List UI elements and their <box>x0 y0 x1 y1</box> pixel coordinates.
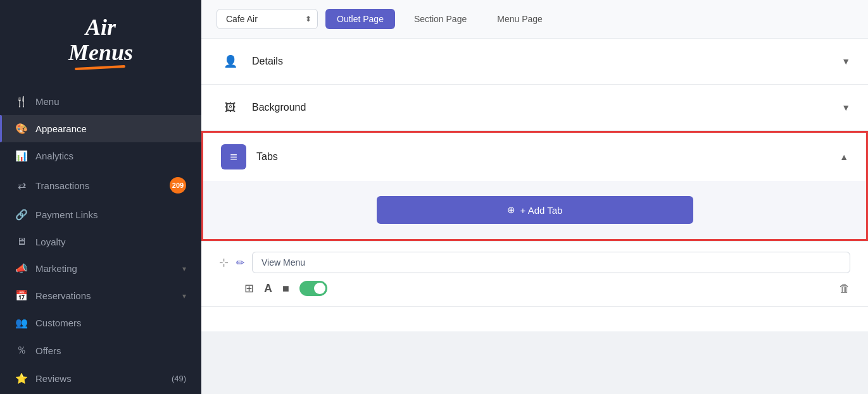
loyalty-icon: 🖥 <box>15 236 28 247</box>
details-section[interactable]: 👤 Details ▼ <box>201 39 868 85</box>
tab-item-tools: ⊞ A ■ 🗑 <box>219 281 850 296</box>
delete-icon[interactable]: 🗑 <box>839 282 850 295</box>
outlet-select-wrapper: Cafe Air ⬍ <box>217 9 318 29</box>
tab-item-view-menu: ⊹ ✏ ⊞ A ■ 🗑 <box>201 241 868 306</box>
sidebar-item-reservations[interactable]: 📅 Reservations ▾ <box>0 282 201 309</box>
menu-icon: 🍴 <box>15 95 28 108</box>
tab-item-top: ⊹ ✏ <box>219 252 850 273</box>
sidebar-item-customers[interactable]: 👥 Customers <box>0 309 201 336</box>
analytics-icon: 📊 <box>15 150 28 162</box>
sidebar-item-label: Analytics <box>35 151 186 161</box>
details-chevron-icon: ▼ <box>841 56 850 66</box>
marketing-icon: 📣 <box>15 262 28 274</box>
color-swatch-icon[interactable]: ■ <box>282 282 289 295</box>
logo-underline <box>75 65 125 70</box>
tabs-section-header[interactable]: ≡ Tabs ▲ <box>203 133 866 181</box>
tab-section-page[interactable]: Section Page <box>403 9 478 29</box>
sidebar-item-label: Customers <box>35 317 186 328</box>
sidebar-item-reviews[interactable]: ⭐ Reviews (49) <box>0 365 201 392</box>
sidebar-item-marketing[interactable]: 📣 Marketing ▾ <box>0 255 201 282</box>
appearance-icon: 🎨 <box>15 123 28 135</box>
main-content: Cafe Air ⬍ Outlet Page Section Page Menu… <box>201 0 868 394</box>
sidebar-item-menu[interactable]: 🍴 Menu <box>0 88 201 115</box>
payment-links-icon: 🔗 <box>15 209 28 221</box>
sidebar-item-transactions[interactable]: ⇄ Transactions 209 <box>0 169 201 201</box>
outlet-select[interactable]: Cafe Air <box>217 9 318 29</box>
sidebar: Air Menus 🍴 Menu 🎨 Appearance 📊 Analytic… <box>0 0 201 394</box>
transactions-icon: ⇄ <box>15 180 28 192</box>
reservations-icon: 📅 <box>15 290 28 302</box>
sidebar-nav: 🍴 Menu 🎨 Appearance 📊 Analytics ⇄ Transa… <box>0 82 201 394</box>
background-title: Background <box>252 102 831 113</box>
chevron-down-icon: ▾ <box>182 264 186 273</box>
sidebar-item-label: Payment Links <box>35 209 186 220</box>
sidebar-item-label: Reservations <box>35 290 175 301</box>
tab-name-input[interactable] <box>252 252 850 273</box>
sidebar-item-label: Transactions <box>35 180 162 191</box>
drag-handle-icon[interactable]: ⊹ <box>219 255 229 269</box>
tabs-title: Tabs <box>256 151 829 163</box>
plus-icon: ⊕ <box>507 204 515 216</box>
logo-text: Air Menus <box>68 15 133 65</box>
sidebar-item-label: Marketing <box>35 263 175 274</box>
sidebar-item-label: Loyalty <box>35 237 186 247</box>
details-icon: 👤 <box>219 50 242 73</box>
background-chevron-icon: ▼ <box>841 102 850 113</box>
details-title: Details <box>252 56 831 67</box>
tab-item-2 <box>201 306 868 331</box>
sidebar-item-loyalty[interactable]: 🖥 Loyalty <box>0 228 201 255</box>
tabs-icon: ≡ <box>221 144 246 169</box>
tabs-section-body: ⊕ + Add Tab <box>203 181 866 239</box>
sidebar-item-payment-links[interactable]: 🔗 Payment Links <box>0 201 201 228</box>
sidebar-item-label: Offers <box>35 345 186 356</box>
content-area: 👤 Details ▼ 🖼 Background ▼ ≡ Tabs ▲ ⊕ + … <box>201 39 868 394</box>
add-tab-button[interactable]: ⊕ + Add Tab <box>377 196 693 224</box>
edit-pencil-icon[interactable]: ✏ <box>236 257 244 269</box>
logo: Air Menus <box>0 0 201 82</box>
sidebar-item-label: Menu <box>35 96 186 107</box>
chevron-down-icon: ▾ <box>182 292 186 300</box>
reviews-badge: (49) <box>172 374 186 383</box>
visibility-toggle[interactable] <box>299 281 327 296</box>
sidebar-item-offers[interactable]: ％ Offers <box>0 336 201 365</box>
background-icon: 🖼 <box>219 96 242 119</box>
sidebar-item-label: Reviews <box>35 373 164 384</box>
topbar: Cafe Air ⬍ Outlet Page Section Page Menu… <box>201 0 868 39</box>
customers-icon: 👥 <box>15 317 28 329</box>
background-section[interactable]: 🖼 Background ▼ <box>201 85 868 131</box>
offers-icon: ％ <box>15 344 28 357</box>
tab-menu-page[interactable]: Menu Page <box>486 9 554 29</box>
grid-icon[interactable]: ⊞ <box>244 281 254 295</box>
transactions-badge: 209 <box>170 177 186 194</box>
tabs-chevron-icon: ▲ <box>840 152 848 162</box>
font-icon[interactable]: A <box>264 282 272 295</box>
reviews-icon: ⭐ <box>15 372 28 385</box>
sidebar-item-appearance[interactable]: 🎨 Appearance <box>0 115 201 142</box>
sidebar-item-analytics[interactable]: 📊 Analytics <box>0 142 201 169</box>
sidebar-item-label: Appearance <box>35 123 186 134</box>
add-tab-label: + Add Tab <box>520 205 563 216</box>
tab-outlet-page[interactable]: Outlet Page <box>325 9 395 29</box>
tabs-section: ≡ Tabs ▲ ⊕ + Add Tab <box>201 131 868 241</box>
